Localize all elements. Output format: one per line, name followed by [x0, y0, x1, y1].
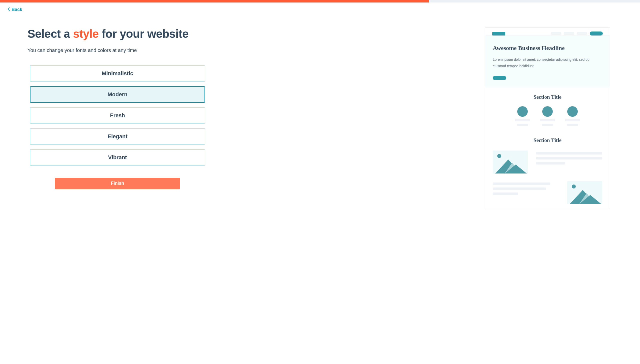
style-option-label: Minimalistic: [102, 70, 133, 77]
placeholder-line: [565, 119, 580, 121]
mountain-icon: [505, 164, 527, 174]
preview-content-row: [493, 150, 602, 174]
finish-button-label: Finish: [111, 181, 124, 186]
chevron-left-icon: [8, 7, 10, 12]
mountain-icon: [579, 195, 601, 204]
style-option-label: Elegant: [108, 133, 127, 140]
preview-hero-body: Lorem ipsum dolor sit amet, consectetur …: [493, 56, 602, 70]
circle-icon: [567, 106, 578, 117]
preview-nav: [551, 32, 603, 36]
placeholder-line: [517, 124, 528, 126]
main-content: Select a style for your website You can …: [0, 12, 640, 219]
preview-hero-cta: [493, 76, 506, 80]
circle-icon: [542, 106, 553, 117]
placeholder-line: [542, 124, 553, 126]
style-options-list: Minimalistic Modern Fresh Elegant Vibran…: [28, 65, 208, 166]
placeholder-line: [493, 192, 518, 195]
preview-feature: [515, 106, 530, 126]
page-title: Select a style for your website: [28, 27, 208, 40]
preview-hero-title: Awesome Business Headline: [493, 45, 602, 52]
placeholder-line: [515, 119, 530, 121]
preview-feature: [565, 106, 580, 126]
preview-image-placeholder: [493, 150, 528, 174]
preview-content-row: [493, 181, 602, 204]
preview-section-title-1: Section Title: [493, 94, 602, 100]
page-title-pre: Select a: [28, 27, 73, 40]
preview-nav-item: [577, 32, 587, 35]
style-option-fresh[interactable]: Fresh: [30, 107, 205, 124]
progress-bar-track: [0, 0, 640, 2]
circle-icon: [517, 106, 528, 117]
back-row: Back: [0, 2, 640, 12]
style-option-elegant[interactable]: Elegant: [30, 128, 205, 145]
page-subtitle: You can change your fonts and colors at …: [28, 48, 208, 53]
style-option-label: Modern: [108, 91, 127, 98]
sun-icon: [497, 154, 501, 158]
placeholder-line: [536, 162, 565, 164]
preview-feature: [540, 106, 555, 126]
preview-text-placeholder: [493, 181, 550, 204]
page-title-accent: style: [73, 27, 98, 40]
placeholder-line: [493, 182, 550, 185]
style-option-minimalistic[interactable]: Minimalistic: [30, 65, 205, 82]
sun-icon: [572, 184, 576, 188]
preview-logo-placeholder: [492, 32, 505, 36]
preview-section-title-2: Section Title: [493, 137, 602, 144]
preview-text-placeholder: [536, 150, 602, 174]
style-option-vibrant[interactable]: Vibrant: [30, 149, 205, 166]
back-button[interactable]: Back: [8, 7, 22, 12]
placeholder-line: [536, 157, 602, 160]
style-option-label: Vibrant: [108, 154, 127, 161]
right-column: Awesome Business Headline Lorem ipsum do…: [485, 27, 610, 209]
preview-topbar: [485, 28, 610, 36]
placeholder-line: [493, 188, 546, 190]
preview-content-section: [485, 150, 610, 209]
preview-nav-cta: [590, 32, 603, 36]
placeholder-line: [540, 119, 555, 121]
preview-hero: Awesome Business Headline Lorem ipsum do…: [485, 36, 610, 88]
left-column: Select a style for your website You can …: [28, 27, 208, 189]
preview-nav-item: [564, 32, 574, 35]
style-option-label: Fresh: [110, 112, 125, 119]
preview-nav-item: [551, 32, 561, 35]
finish-button-row: Finish: [28, 178, 208, 189]
progress-bar-fill: [0, 0, 429, 2]
finish-button[interactable]: Finish: [55, 178, 180, 189]
placeholder-line: [536, 152, 602, 154]
back-label: Back: [12, 7, 22, 12]
preview-features-section: Section Title: [485, 88, 610, 131]
preview-image-placeholder: [567, 181, 602, 204]
preview-card: Awesome Business Headline Lorem ipsum do…: [485, 27, 610, 209]
preview-content-section-header: Section Title: [485, 131, 610, 150]
page-title-post: for your website: [99, 27, 189, 40]
preview-features-row: [493, 106, 602, 126]
placeholder-line: [567, 124, 578, 126]
style-option-modern[interactable]: Modern: [30, 86, 205, 103]
